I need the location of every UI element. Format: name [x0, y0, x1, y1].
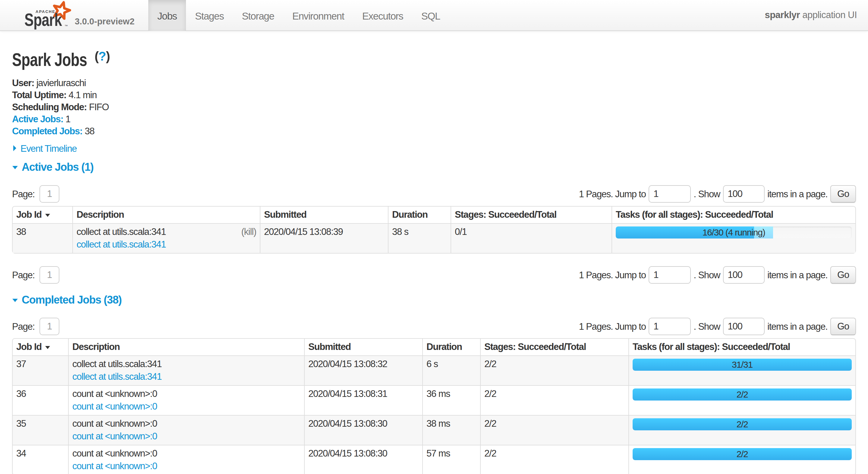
svg-text:Spark: Spark	[24, 10, 62, 30]
svg-text:™: ™	[64, 24, 67, 28]
